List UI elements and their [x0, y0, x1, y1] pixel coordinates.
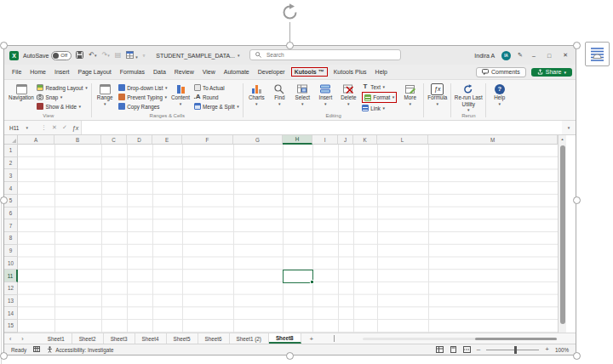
- column-header-a[interactable]: A: [18, 135, 54, 145]
- user-name[interactable]: Indira A: [474, 53, 495, 59]
- ribbon-tab-developer[interactable]: Developer: [254, 67, 289, 77]
- zoom-in-button[interactable]: +: [545, 346, 549, 353]
- sheet-tab-sheet6[interactable]: Sheet6: [198, 333, 230, 344]
- zoom-slider-thumb[interactable]: [514, 346, 517, 354]
- navigation-button[interactable]: Navigation: [8, 81, 35, 101]
- round-button[interactable]: .ARound: [194, 93, 239, 101]
- row-header-9[interactable]: 9: [4, 245, 18, 258]
- column-header-e[interactable]: E: [152, 135, 182, 145]
- document-title[interactable]: STUDENT_SAMPLE_DATA...▾: [156, 53, 239, 59]
- format-button[interactable]: Format: [362, 92, 397, 103]
- scroll-up-icon[interactable]: ▲: [559, 135, 566, 144]
- delete-button[interactable]: Delete: [337, 81, 360, 106]
- ribbon-tab-formulas[interactable]: Formulas: [116, 67, 149, 77]
- sheet-nav-right-icon[interactable]: ›: [16, 336, 28, 342]
- selection-handle-e[interactable]: [573, 196, 581, 204]
- sheet-tab-sheet5[interactable]: Sheet5: [167, 333, 198, 344]
- link-button[interactable]: Link: [362, 104, 397, 112]
- select-all-corner[interactable]: [4, 135, 18, 145]
- row-header-15[interactable]: 15: [4, 320, 18, 333]
- active-cell-h11[interactable]: [283, 270, 313, 283]
- ribbon-tab-view[interactable]: View: [198, 67, 220, 77]
- show-hide-button[interactable]: Show & Hide: [37, 102, 88, 111]
- ribbon-tab-page-layout[interactable]: Page Layout: [73, 67, 115, 77]
- print-preview-button[interactable]: ▤: [115, 52, 122, 59]
- text-button[interactable]: TText: [362, 82, 397, 91]
- column-header-b[interactable]: B: [54, 135, 101, 145]
- selection-handle-ne[interactable]: [573, 42, 581, 49]
- table-style-button[interactable]: ▾: [126, 51, 137, 60]
- minimize-button[interactable]: –: [530, 53, 538, 59]
- selection-handle-se[interactable]: [573, 352, 581, 360]
- formula-input[interactable]: [81, 121, 562, 134]
- ribbon-tab-home[interactable]: Home: [26, 67, 50, 77]
- zoom-slider[interactable]: [486, 350, 539, 350]
- ribbon-tab-automate[interactable]: Automate: [220, 67, 254, 77]
- name-box[interactable]: H11▾: [4, 121, 38, 134]
- row-header-13[interactable]: 13: [4, 295, 18, 308]
- sheet-tab-sheet3[interactable]: Sheet3: [104, 333, 135, 344]
- insert-button[interactable]: Insert: [314, 81, 337, 106]
- selection-handle-nw[interactable]: [0, 42, 8, 49]
- zoom-out-button[interactable]: –: [477, 346, 480, 353]
- find-button[interactable]: Find: [268, 81, 291, 106]
- normal-view-icon[interactable]: [436, 346, 444, 354]
- tab-scrollbar-splitter[interactable]: [334, 335, 335, 342]
- redo-button[interactable]: ↷▾: [101, 52, 109, 59]
- row-header-1[interactable]: 1: [4, 145, 18, 157]
- sheet-tab-sheet2[interactable]: Sheet2: [72, 333, 104, 344]
- row-header-14[interactable]: 14: [4, 307, 18, 320]
- row-header-3[interactable]: 3: [4, 169, 18, 182]
- sheet-tab-sheet1[interactable]: Sheet1: [41, 333, 72, 344]
- column-header-c[interactable]: C: [101, 135, 127, 145]
- undo-button[interactable]: ↶▾: [89, 52, 96, 59]
- content-button[interactable]: Content: [169, 81, 192, 106]
- row-header-4[interactable]: 4: [4, 182, 18, 195]
- selection-handle-s[interactable]: [286, 352, 294, 360]
- ribbon-tab-insert[interactable]: Insert: [50, 67, 74, 77]
- cancel-entry-icon[interactable]: ✕: [49, 124, 60, 131]
- row-header-2[interactable]: 2: [4, 157, 18, 170]
- row-header-10[interactable]: 10: [4, 257, 18, 270]
- ribbon-tab-review[interactable]: Review: [170, 67, 198, 77]
- sheet-nav-left-icon[interactable]: ‹: [4, 336, 16, 342]
- row-header-12[interactable]: 12: [4, 282, 18, 295]
- grid-body[interactable]: [18, 145, 558, 333]
- layout-options-button[interactable]: [585, 42, 610, 66]
- ribbon-tab-kutools[interactable]: Kutools ™: [291, 67, 328, 77]
- reading-layout-button[interactable]: Reading Layout: [37, 83, 88, 92]
- help-button[interactable]: ? Help: [488, 81, 511, 106]
- macro-record-icon[interactable]: [33, 346, 40, 353]
- fill-handle[interactable]: [310, 280, 314, 284]
- page-layout-view-icon[interactable]: [450, 346, 457, 354]
- maximize-button[interactable]: □: [545, 53, 553, 59]
- comments-button[interactable]: Comments: [476, 67, 526, 77]
- snap-button[interactable]: Snap: [37, 93, 88, 101]
- search-input[interactable]: [265, 51, 370, 59]
- to-actual-button[interactable]: To Actual: [194, 83, 239, 92]
- column-header-i[interactable]: I: [312, 135, 338, 145]
- selection-handle-w[interactable]: [0, 196, 8, 204]
- column-header-h[interactable]: H: [283, 135, 312, 145]
- sheet-tab-sheet4[interactable]: Sheet4: [135, 333, 167, 344]
- zoom-level[interactable]: 100%: [555, 347, 569, 353]
- autosave-toggle[interactable]: AutoSave Off: [23, 51, 72, 60]
- column-header-k[interactable]: K: [353, 135, 377, 145]
- sheet-tab-sheet1-2[interactable]: Sheet1 (2): [230, 333, 269, 344]
- row-header-6[interactable]: 6: [4, 208, 18, 220]
- formula-bar-expand-icon[interactable]: ▾: [562, 125, 576, 130]
- column-header-l[interactable]: L: [377, 135, 428, 145]
- select-button[interactable]: Select: [291, 81, 314, 106]
- drop-down-list-button[interactable]: Drop-down List: [118, 83, 168, 92]
- row-header-7[interactable]: 7: [4, 219, 18, 232]
- confirm-entry-icon[interactable]: ✓: [60, 124, 70, 131]
- page-break-view-icon[interactable]: [463, 346, 471, 354]
- range-button[interactable]: Range: [94, 81, 117, 106]
- sheet-tab-sheet8[interactable]: Sheet8: [269, 333, 301, 344]
- column-header-j[interactable]: J: [338, 135, 353, 145]
- column-header-m[interactable]: M: [428, 135, 558, 145]
- close-button[interactable]: ✕: [560, 52, 570, 59]
- new-sheet-button[interactable]: +: [301, 335, 323, 343]
- column-header-f[interactable]: F: [182, 135, 233, 145]
- merge-split-button[interactable]: Merge & Split: [194, 102, 239, 111]
